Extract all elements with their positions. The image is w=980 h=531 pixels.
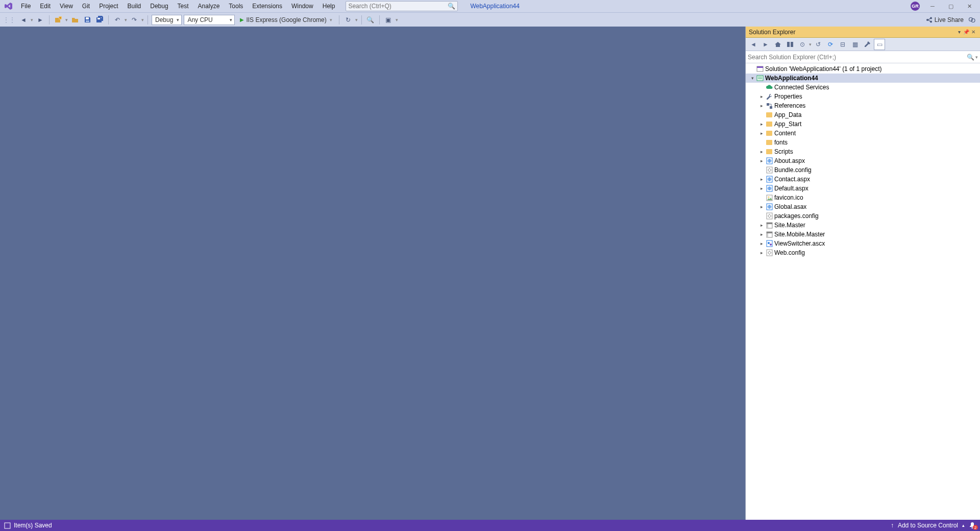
menu-help[interactable]: Help [318,1,340,11]
tree-twisty-icon[interactable]: ▸ [758,158,765,163]
tree-twisty-icon[interactable]: ▸ [758,223,765,228]
menu-extensions[interactable]: Extensions [248,1,287,11]
tree-item[interactable]: Connected Services [746,83,980,92]
window-maximize-button[interactable]: ▢ [945,3,957,10]
tree-twisty-icon[interactable]: ▸ [758,177,765,182]
nav-back-button[interactable]: ◄ [18,15,29,25]
tree-twisty-icon[interactable]: ▸ [758,250,765,255]
feedback-button[interactable] [967,15,977,25]
panel-close-button[interactable]: ✕ [970,29,977,35]
tree-twisty-icon[interactable]: ▸ [758,232,765,237]
tree-twisty-icon[interactable]: ▸ [758,241,765,246]
se-sync-button[interactable]: ↺ [813,39,824,50]
tree-item[interactable]: ▸Properties [746,92,980,101]
tree-item[interactable]: ▸About.aspx [746,156,980,165]
tree-item[interactable]: ▾WebApplication44 [746,74,980,83]
open-file-button[interactable] [70,15,80,25]
solution-explorer-panel: Solution Explorer ▾ 📌 ✕ ◄ ► ⊙ ▾ ↺ ⟳ ⊟ ▦ … [745,27,980,520]
tree-item[interactable]: ▸Content [746,129,980,138]
window-close-button[interactable]: ✕ [964,3,975,10]
se-pending-changes-filter-button[interactable]: ⊙ [797,39,808,50]
menu-test[interactable]: Test [173,1,193,11]
se-refresh-button[interactable]: ⟳ [825,39,836,50]
browser-link-refresh-button[interactable]: ↻ [343,15,353,25]
tree-item[interactable]: ▸Site.Master [746,221,980,230]
menu-file[interactable]: File [16,1,35,11]
chevron-down-icon[interactable]: ▾ [975,55,978,60]
tree-item[interactable]: Solution 'WebApplication44' (1 of 1 proj… [746,64,980,74]
play-icon: ▶ [240,17,244,22]
tree-item[interactable]: ▸Global.asax [746,202,980,211]
menu-window[interactable]: Window [287,1,318,11]
add-to-source-control-button[interactable]: Add to Source Control [898,522,958,529]
menu-tools[interactable]: Tools [224,1,248,11]
solution-platform-dropdown[interactable]: Any CPU [184,15,235,25]
tree-item[interactable]: ▸References [746,101,980,110]
se-switch-views-button[interactable] [785,39,796,50]
tree-twisty-icon[interactable]: ▸ [758,186,765,191]
tree-item[interactable]: ▸Site.Mobile.Master [746,230,980,239]
tree-node-icon [765,138,773,147]
menu-build[interactable]: Build [123,1,146,11]
solution-explorer-titlebar[interactable]: Solution Explorer ▾ 📌 ✕ [746,27,980,38]
se-properties-button[interactable] [862,39,873,50]
tree-item[interactable]: ▸ViewSwitcher.ascx [746,239,980,248]
menu-edit[interactable]: Edit [35,1,55,11]
tree-twisty-icon[interactable]: ▸ [758,103,765,108]
menu-git[interactable]: Git [78,1,94,11]
redo-button[interactable]: ↷ [129,15,139,25]
app-title: WebApplication44 [470,3,520,10]
tree-item[interactable]: ▸Default.aspx [746,184,980,193]
se-preview-button[interactable]: ▭ [874,39,885,50]
menu-view[interactable]: View [55,1,78,11]
menu-analyze[interactable]: Analyze [193,1,225,11]
menu-debug[interactable]: Debug [145,1,173,11]
window-minimize-button[interactable]: ─ [927,3,938,9]
title-search-input[interactable] [348,3,448,10]
tree-twisty-icon[interactable]: ▸ [758,149,765,154]
undo-button[interactable]: ↶ [112,15,122,25]
tree-twisty-icon[interactable]: ▸ [758,122,765,127]
solution-explorer-search[interactable]: 🔍 ▾ [746,51,980,63]
start-debug-label: IIS Express (Google Chrome) [246,16,326,23]
tree-twisty-icon[interactable]: ▾ [749,76,756,81]
tree-twisty-icon[interactable]: ▸ [758,204,765,209]
tree-item[interactable]: Bundle.config [746,165,980,175]
tree-twisty-icon[interactable]: ▸ [758,131,765,136]
save-button[interactable] [82,15,92,25]
live-share-button[interactable]: Live Share [925,16,964,23]
solution-explorer-search-input[interactable] [748,54,967,61]
tree-item[interactable]: favicon.ico [746,193,980,202]
status-save-icon [4,522,11,529]
svg-rect-16 [770,106,772,109]
se-collapse-all-button[interactable]: ⊟ [837,39,848,50]
start-debug-button[interactable]: ▶ IIS Express (Google Chrome) ▾ [237,15,335,25]
chevron-up-icon[interactable]: ▴ [962,523,965,528]
se-show-all-files-button[interactable]: ▦ [849,39,861,50]
se-home-button[interactable] [772,39,783,50]
title-search-box[interactable]: 🔍 [346,1,458,11]
tree-item[interactable]: packages.config [746,211,980,221]
tree-twisty-icon[interactable]: ▸ [758,94,765,99]
se-back-button[interactable]: ◄ [748,39,759,50]
solution-config-dropdown[interactable]: Debug [152,15,182,25]
tree-item[interactable]: fonts [746,138,980,147]
solution-tree[interactable]: Solution 'WebApplication44' (1 of 1 proj… [746,63,980,520]
tree-item[interactable]: ▸Web.config [746,248,980,257]
tree-item[interactable]: ▸Scripts [746,147,980,156]
chevron-down-icon[interactable]: ▾ [330,17,332,22]
menu-project[interactable]: Project [94,1,122,11]
panel-options-button[interactable]: ▾ [955,29,963,35]
image-tools-button[interactable]: ▣ [383,15,394,25]
notifications-button[interactable]: 2 [969,522,976,529]
panel-pin-button[interactable]: 📌 [963,29,970,35]
user-avatar[interactable]: GR [911,2,920,11]
tree-item[interactable]: ▸Contact.aspx [746,175,980,184]
tree-item[interactable]: ▸App_Start [746,119,980,129]
find-button[interactable]: 🔍 [365,15,376,25]
se-forward-button[interactable]: ► [760,39,771,50]
save-all-button[interactable] [94,15,105,25]
tree-item[interactable]: App_Data [746,110,980,119]
nav-forward-button[interactable]: ► [35,15,45,25]
new-project-button[interactable] [53,15,63,25]
